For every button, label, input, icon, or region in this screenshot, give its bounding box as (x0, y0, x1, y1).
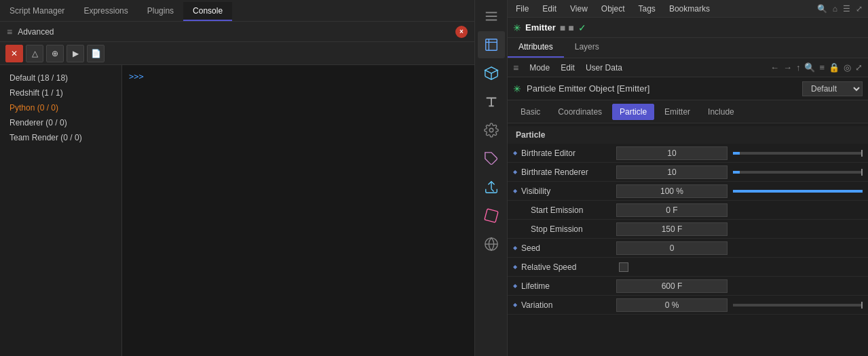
mode-button[interactable]: Mode (527, 62, 552, 73)
triangle-button[interactable]: △ (26, 45, 43, 62)
svg-rect-3 (485, 39, 497, 51)
prop-value-start-emission[interactable] (616, 203, 728, 217)
tab-bar: Script Manager Expressions Plugins Conso… (0, 0, 474, 22)
up-arrow-icon[interactable]: ↑ (796, 62, 801, 73)
ptab-particle[interactable]: Particle (612, 104, 654, 120)
top-menu-edit[interactable]: Edit (540, 3, 559, 15)
close-button[interactable]: × (455, 26, 468, 38)
prop-name-relative-speed: Relative Speed (521, 262, 616, 272)
slider-variation[interactable] (733, 304, 863, 306)
attr-tab-layers[interactable]: Layers (564, 38, 610, 58)
console-area: >>> (122, 65, 474, 356)
script-default[interactable]: Default (18 / 18) (0, 71, 121, 85)
emitter-status-dots: ■ ■ (560, 22, 574, 33)
script-python[interactable]: Python (0 / 0) (0, 100, 121, 115)
icon-sidebar (475, 0, 508, 356)
script-teamrender[interactable]: Team Render (0 / 0) (0, 130, 121, 145)
prop-name-stop-emission: Stop Emission (521, 224, 616, 234)
prop-value-variation[interactable] (616, 298, 728, 312)
menu-icon-btn[interactable] (478, 3, 505, 30)
search-icon[interactable]: 🔍 (817, 4, 827, 14)
prop-value-birthrate-editor[interactable] (616, 146, 728, 160)
prop-name-variation: Variation (521, 300, 616, 310)
attr-tab-attributes[interactable]: Attributes (508, 38, 564, 58)
3d-view-icon-btn[interactable] (478, 31, 505, 58)
edit-button[interactable]: Edit (558, 62, 578, 73)
play-button[interactable]: ▶ (67, 45, 84, 62)
emitter-checkmark: ✓ (578, 22, 586, 33)
prop-value-lifetime[interactable] (616, 279, 728, 293)
particle-emitter-icon: ✳ (513, 83, 521, 94)
top-menu-view[interactable]: View (567, 3, 590, 15)
checkbox-relative-speed[interactable] (619, 262, 628, 272)
script-renderer[interactable]: Renderer (0 / 0) (0, 115, 121, 130)
ptab-include[interactable]: Include (700, 104, 742, 120)
prop-value-birthrate-renderer[interactable] (616, 165, 728, 179)
ptab-basic[interactable]: Basic (513, 104, 548, 120)
prop-value-stop-emission[interactable] (616, 222, 728, 236)
script-redshift[interactable]: Redshift (1 / 1) (0, 85, 121, 100)
back-arrow-icon[interactable]: ← (770, 62, 779, 73)
dot-icon[interactable]: ◎ (844, 62, 851, 73)
slider-birthrate-renderer[interactable] (733, 171, 863, 174)
top-menu-file[interactable]: File (513, 3, 531, 15)
tab-plugins[interactable]: Plugins (138, 2, 183, 21)
ptab-coordinates[interactable]: Coordinates (550, 104, 609, 120)
home-icon[interactable]: ⌂ (833, 4, 837, 14)
diamond-birthrate-renderer: ◆ (513, 169, 517, 175)
prop-row-relative-speed: ◆ Relative Speed (508, 258, 868, 277)
prop-name-start-emission: Start Emission (521, 205, 616, 215)
text-icon-btn[interactable] (478, 88, 505, 115)
slider-birthrate-editor[interactable] (733, 152, 863, 155)
shape-icon-btn[interactable] (478, 202, 505, 229)
top-menu-bookmarks[interactable]: Bookmarks (666, 3, 713, 15)
diamond-variation: ◆ (513, 302, 517, 308)
advanced-title: Advanced (18, 27, 455, 37)
tab-console[interactable]: Console (183, 2, 232, 21)
top-menu: File Edit View Object Tags Bookmarks 🔍 ⌂… (508, 0, 868, 18)
settings-icon-btn[interactable] (478, 117, 505, 144)
mode-row-icons: ← → ↑ 🔍 ≡ 🔒 ◎ ⤢ (770, 62, 863, 73)
user-data-button[interactable]: User Data (583, 62, 625, 73)
prop-value-seed[interactable] (616, 241, 728, 255)
default-dropdown[interactable]: Default (802, 81, 863, 96)
list-icon[interactable]: ☰ (843, 4, 850, 14)
external-link-icon[interactable]: ⤢ (856, 4, 863, 14)
svg-rect-9 (484, 209, 497, 222)
export-icon-btn[interactable] (478, 174, 505, 201)
forward-arrow-icon[interactable]: → (783, 62, 792, 73)
mode-search-icon[interactable]: 🔍 (804, 62, 815, 73)
toolbar: ✕ △ ⊕ ▶ 📄 (0, 42, 474, 65)
tag-icon-btn[interactable] (478, 145, 505, 172)
attr-layers-tabs: Attributes Layers (508, 38, 868, 58)
lock-icon[interactable]: 🔒 (829, 62, 839, 73)
tab-script-manager[interactable]: Script Manager (0, 2, 74, 21)
link-icon[interactable]: ⤢ (855, 62, 863, 73)
prop-row-visibility: ◆ Visibility (508, 182, 868, 201)
emitter-particle-icon: ✳ (513, 22, 521, 33)
svg-point-6 (489, 128, 493, 132)
slider-visibility[interactable] (733, 190, 863, 193)
content-area: Default (18 / 18) Redshift (1 / 1) Pytho… (0, 65, 474, 356)
diamond-lifetime: ◆ (513, 283, 517, 289)
stop-button[interactable]: ✕ (5, 45, 23, 62)
prop-value-visibility[interactable] (616, 184, 728, 198)
document-button[interactable]: 📄 (87, 45, 105, 62)
top-menu-tags[interactable]: Tags (636, 3, 658, 15)
top-menu-object[interactable]: Object (599, 3, 628, 15)
prop-row-start-emission: ◆ Start Emission (508, 201, 868, 220)
diamond-visibility: ◆ (513, 188, 517, 194)
prop-name-lifetime: Lifetime (521, 281, 616, 291)
tab-expressions[interactable]: Expressions (74, 2, 137, 21)
prop-name-seed: Seed (521, 243, 616, 253)
advanced-header: ≡ Advanced × (0, 22, 474, 42)
cube-icon-btn[interactable] (478, 60, 505, 87)
properties-area: Particle ◆ Birthrate Editor ◆ Birthrate … (508, 123, 868, 356)
object-title: Particle Emitter Object [Emitter] (527, 83, 797, 94)
filter-icon[interactable]: ≡ (819, 62, 825, 73)
emitter-row: ✳ Emitter ■ ■ ✓ (508, 18, 868, 38)
globe-icon-btn[interactable] (478, 231, 505, 258)
ptab-emitter[interactable]: Emitter (657, 104, 698, 120)
mode-row: ≡ Mode Edit User Data ← → ↑ 🔍 ≡ 🔒 ◎ ⤢ (508, 58, 868, 77)
node-button[interactable]: ⊕ (46, 45, 64, 62)
